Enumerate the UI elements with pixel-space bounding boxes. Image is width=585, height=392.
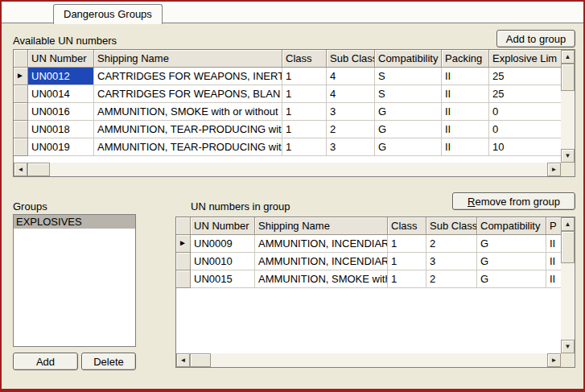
row-indicator-cell[interactable] bbox=[176, 253, 191, 270]
group-horizontal-scrollbar[interactable]: ◄ ► bbox=[176, 353, 561, 367]
group-grid-body: ►UN0009AMMUNITION, INCENDIAR12GIIUN0010A… bbox=[176, 235, 575, 288]
grid-cell[interactable]: 2 bbox=[426, 235, 477, 253]
grid-cell[interactable]: 4 bbox=[327, 68, 375, 85]
grid-cell[interactable]: AMMUNITION, TEAR-PRODUCING wit bbox=[94, 138, 282, 156]
grid-cell[interactable]: II bbox=[442, 68, 489, 85]
column-header[interactable]: Compatibility bbox=[477, 217, 546, 235]
grid-cell[interactable]: 3 bbox=[426, 253, 477, 270]
table-row: UN0018AMMUNITION, TEAR-PRODUCING wit12GI… bbox=[14, 121, 575, 138]
group-vertical-scrollbar[interactable]: ▲ ▼ bbox=[561, 217, 575, 353]
grid-cell[interactable]: CARTRIDGES FOR WEAPONS, INERT bbox=[94, 68, 282, 85]
scrollbar-corner bbox=[561, 353, 575, 367]
grid-cell[interactable]: 2 bbox=[426, 270, 477, 288]
horizontal-scroll-thumb[interactable] bbox=[27, 163, 50, 176]
grid-cell[interactable]: UN0014 bbox=[28, 85, 94, 103]
grid-cell[interactable]: UN0010 bbox=[191, 253, 255, 270]
tab-dangerous-groups[interactable]: Dangerous Groups bbox=[53, 4, 163, 24]
grid-cell[interactable]: AMMUNITION, INCENDIAR bbox=[255, 253, 388, 270]
table-row: UN0014CARTRIDGES FOR WEAPONS, BLAN14SII2… bbox=[14, 85, 575, 103]
grid-cell[interactable]: II bbox=[442, 85, 489, 103]
grid-cell[interactable]: UN0019 bbox=[28, 138, 94, 156]
column-header[interactable]: Shipping Name bbox=[255, 217, 388, 235]
grid-cell[interactable]: G bbox=[477, 253, 546, 270]
scroll-down-icon[interactable]: ▼ bbox=[561, 340, 575, 353]
column-header[interactable]: Sub Class bbox=[426, 217, 477, 235]
column-header[interactable]: UN Number bbox=[28, 50, 94, 68]
grid-cell[interactable]: 3 bbox=[327, 103, 375, 121]
horizontal-scroll-thumb[interactable] bbox=[190, 353, 211, 367]
grid-cell[interactable]: UN0018 bbox=[28, 121, 94, 138]
grid-cell[interactable]: G bbox=[375, 103, 442, 121]
column-header[interactable]: Class bbox=[282, 50, 327, 68]
grid-cell[interactable]: G bbox=[375, 138, 442, 156]
column-header[interactable]: Compatibility bbox=[375, 50, 442, 68]
grid-cell[interactable]: 1 bbox=[282, 68, 327, 85]
grid-cell[interactable]: 1 bbox=[282, 85, 327, 103]
grid-cell[interactable]: UN0012 bbox=[28, 68, 94, 85]
indicator-column-header bbox=[176, 217, 191, 235]
grid-cell[interactable]: AMMUNITION, INCENDIAR bbox=[255, 235, 388, 253]
vertical-scroll-thumb[interactable] bbox=[561, 231, 575, 263]
scroll-down-icon[interactable]: ▼ bbox=[561, 149, 575, 163]
grid-cell[interactable]: 1 bbox=[282, 138, 327, 156]
grid-cell[interactable]: II bbox=[442, 138, 489, 156]
grid-cell[interactable]: II bbox=[442, 121, 489, 138]
scroll-right-icon[interactable]: ► bbox=[547, 353, 561, 367]
grid-cell[interactable]: S bbox=[375, 85, 442, 103]
group-un-grid: UN NumberShipping NameClassSub ClassComp… bbox=[175, 217, 575, 368]
grid-cell[interactable]: 1 bbox=[388, 235, 426, 253]
scroll-up-icon[interactable]: ▲ bbox=[561, 217, 575, 231]
grid-cell[interactable]: 2 bbox=[327, 121, 375, 138]
row-indicator-cell[interactable] bbox=[14, 138, 28, 156]
row-indicator-cell[interactable] bbox=[176, 270, 191, 288]
grid-cell[interactable]: UN0015 bbox=[191, 270, 255, 288]
scroll-right-icon[interactable]: ► bbox=[547, 163, 561, 176]
row-indicator-cell[interactable] bbox=[14, 103, 28, 121]
available-horizontal-scrollbar[interactable]: ◄ ► bbox=[14, 163, 561, 176]
grid-cell[interactable]: S bbox=[375, 68, 442, 85]
grid-cell[interactable]: 1 bbox=[388, 253, 426, 270]
available-grid-header: UN NumberShipping NameClassSub ClassComp… bbox=[14, 50, 575, 68]
grid-cell[interactable]: 1 bbox=[282, 121, 327, 138]
vertical-scroll-thumb[interactable] bbox=[561, 64, 575, 91]
scrollbar-corner bbox=[561, 163, 575, 176]
grid-cell[interactable]: G bbox=[477, 270, 546, 288]
grid-cell[interactable]: UN0009 bbox=[191, 235, 255, 253]
column-header[interactable]: Class bbox=[388, 217, 426, 235]
row-indicator-cell[interactable] bbox=[14, 85, 28, 103]
un-numbers-in-group-label: UN numbers in group bbox=[191, 200, 290, 213]
grid-cell[interactable]: 1 bbox=[388, 270, 426, 288]
table-row: UN0019AMMUNITION, TEAR-PRODUCING wit13GI… bbox=[14, 138, 575, 156]
add-group-button[interactable]: Add bbox=[13, 353, 78, 370]
grid-cell[interactable]: AMMUNITION, SMOKE with bbox=[255, 270, 388, 288]
column-header[interactable]: Sub Class bbox=[327, 50, 375, 68]
grid-cell[interactable]: 3 bbox=[327, 138, 375, 156]
grid-cell[interactable]: CARTRIDGES FOR WEAPONS, BLAN bbox=[94, 85, 282, 103]
column-header[interactable]: Shipping Name bbox=[94, 50, 282, 68]
row-indicator-arrow-icon[interactable]: ► bbox=[176, 235, 191, 253]
indicator-column-header bbox=[14, 50, 28, 68]
remove-from-group-button[interactable]: Remove from group bbox=[452, 192, 575, 210]
available-vertical-scrollbar[interactable]: ▲ ▼ bbox=[561, 50, 575, 163]
scroll-left-icon[interactable]: ◄ bbox=[14, 163, 27, 176]
grid-cell[interactable]: AMMUNITION, SMOKE with or without b bbox=[94, 103, 282, 121]
groups-listbox[interactable]: EXPLOSIVES bbox=[13, 214, 136, 347]
add-to-group-button[interactable]: Add to group bbox=[496, 30, 575, 47]
scroll-left-icon[interactable]: ◄ bbox=[176, 353, 190, 367]
grid-cell[interactable]: II bbox=[442, 103, 489, 121]
row-indicator-arrow-icon[interactable]: ► bbox=[14, 68, 28, 85]
delete-group-button[interactable]: Delete bbox=[81, 353, 136, 370]
table-row: ►UN0009AMMUNITION, INCENDIAR12GII bbox=[176, 235, 575, 253]
grid-cell[interactable]: G bbox=[375, 121, 442, 138]
grid-cell[interactable]: UN0016 bbox=[28, 103, 94, 121]
column-header[interactable]: Packing bbox=[442, 50, 489, 68]
grid-cell[interactable]: 4 bbox=[327, 85, 375, 103]
row-indicator-cell[interactable] bbox=[14, 121, 28, 138]
scroll-up-icon[interactable]: ▲ bbox=[561, 50, 575, 64]
table-row: UN0015AMMUNITION, SMOKE with12GII bbox=[176, 270, 575, 288]
column-header[interactable]: UN Number bbox=[191, 217, 255, 235]
grid-cell[interactable]: AMMUNITION, TEAR-PRODUCING wit bbox=[94, 121, 282, 138]
grid-cell[interactable]: 1 bbox=[282, 103, 327, 121]
list-item[interactable]: EXPLOSIVES bbox=[14, 215, 135, 229]
grid-cell[interactable]: G bbox=[477, 235, 546, 253]
